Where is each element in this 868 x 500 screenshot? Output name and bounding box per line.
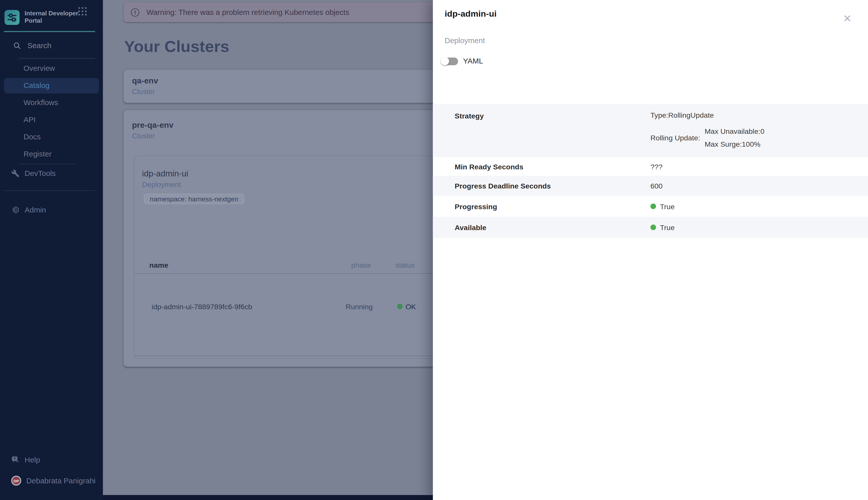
max-unavailable: Max Unavailable:0 bbox=[704, 125, 764, 138]
svg-text:?: ? bbox=[14, 457, 16, 461]
search-label: Search bbox=[27, 42, 52, 50]
sidebar-item-overview[interactable]: Overview bbox=[4, 61, 99, 76]
apps-grid-icon[interactable] bbox=[78, 7, 87, 16]
detail-value: True bbox=[650, 223, 675, 231]
detail-label: Strategy bbox=[455, 112, 484, 120]
pod-phase-cell: Running bbox=[346, 303, 373, 311]
drawer-subtitle: Deployment bbox=[445, 36, 485, 45]
sidebar-divider bbox=[19, 164, 77, 164]
sidebar-item-help[interactable]: ? Help bbox=[4, 451, 99, 468]
sidebar-item-admin[interactable]: Admin bbox=[4, 201, 99, 218]
detail-row-min-ready-seconds: Min Ready Seconds ??? bbox=[433, 157, 868, 176]
detail-label: Min Ready Seconds bbox=[455, 162, 523, 171]
sidebar-divider bbox=[4, 190, 95, 191]
sidebar-accent-divider bbox=[4, 31, 95, 32]
search-underline bbox=[19, 58, 95, 58]
detail-value: True bbox=[650, 202, 675, 211]
strategy-type: Type:RollingUpdate bbox=[650, 111, 764, 120]
detail-row-available: Available True bbox=[433, 217, 868, 238]
warning-banner-text: Warning: There was a problem retrieving … bbox=[146, 8, 349, 16]
pod-status-cell: OK bbox=[405, 303, 416, 311]
detail-row-strategy: Strategy Type:RollingUpdate Rolling Upda… bbox=[433, 104, 868, 157]
detail-row-progress-deadline-seconds: Progress Deadline Seconds 600 bbox=[433, 176, 868, 196]
sidebar-item-label: Help bbox=[25, 455, 40, 464]
sidebar-item-devtools[interactable]: DevTools bbox=[4, 165, 99, 181]
detail-label: Progressing bbox=[455, 202, 497, 211]
sidebar-item-label: Admin bbox=[25, 205, 46, 214]
toggle-knob[interactable] bbox=[441, 57, 449, 65]
close-icon[interactable]: ✕ bbox=[841, 12, 854, 24]
detail-label: Progress Deadline Seconds bbox=[455, 182, 551, 190]
gear-icon bbox=[11, 205, 20, 214]
sidebar-item-catalog[interactable]: Catalog bbox=[4, 78, 99, 93]
deployment-details-table: Strategy Type:RollingUpdate Rolling Upda… bbox=[433, 104, 868, 238]
column-header-phase: phase bbox=[351, 261, 371, 270]
sidebar-item-register[interactable]: Register bbox=[4, 147, 99, 162]
details-drawer: idp-admin-ui ✕ Deployment YAML Strategy … bbox=[433, 0, 868, 500]
app-title: Internal Developer Portal bbox=[25, 7, 81, 24]
status-true-dot bbox=[650, 204, 656, 209]
yaml-toggle[interactable]: YAML bbox=[441, 57, 483, 65]
drawer-title: idp-admin-ui bbox=[445, 9, 497, 19]
sidebar-user[interactable]: DP Debabrata Panigrahi bbox=[4, 472, 99, 489]
detail-value: ??? bbox=[650, 162, 663, 171]
alert-circle-icon: ! bbox=[131, 8, 139, 16]
app-root: Internal Developer Portal Search Overvie… bbox=[0, 0, 868, 500]
status-ok-dot bbox=[397, 304, 403, 309]
max-surge: Max Surge:100% bbox=[704, 138, 764, 150]
strategy-value: Type:RollingUpdate Rolling Update: Max U… bbox=[650, 111, 764, 150]
pod-name-cell: idp-admin-ui-7889789fc6-9f6cb bbox=[152, 303, 252, 311]
rolling-update-label: Rolling Update: bbox=[650, 134, 700, 142]
user-name: Debabrata Panigrahi bbox=[26, 477, 96, 485]
avatar: DP bbox=[11, 476, 21, 486]
detail-value: 600 bbox=[650, 182, 663, 190]
column-header-status: status bbox=[396, 261, 415, 270]
detail-label: Available bbox=[455, 223, 487, 231]
sidebar-item-api[interactable]: API bbox=[4, 112, 99, 128]
sidebar: Internal Developer Portal Search Overvie… bbox=[0, 0, 103, 500]
sidebar-item-docs[interactable]: Docs bbox=[4, 129, 99, 145]
page-title: Your Clusters bbox=[124, 37, 229, 56]
sidebar-item-label: DevTools bbox=[25, 169, 56, 177]
app-logo-icon bbox=[4, 10, 20, 25]
namespace-chip: namespace: harness-nextgen bbox=[144, 194, 244, 204]
help-chat-icon: ? bbox=[11, 455, 20, 464]
toggle-track[interactable] bbox=[441, 57, 458, 65]
column-header-name: name bbox=[149, 261, 168, 270]
logo-row: Internal Developer Portal bbox=[4, 7, 81, 25]
search-input[interactable]: Search bbox=[13, 42, 52, 50]
yaml-toggle-label: YAML bbox=[463, 57, 483, 65]
wrench-icon bbox=[11, 169, 20, 177]
search-icon bbox=[13, 42, 21, 50]
sidebar-item-workflows[interactable]: Workflows bbox=[4, 95, 99, 110]
detail-row-progressing: Progressing True bbox=[433, 196, 868, 217]
status-true-dot bbox=[650, 225, 656, 230]
